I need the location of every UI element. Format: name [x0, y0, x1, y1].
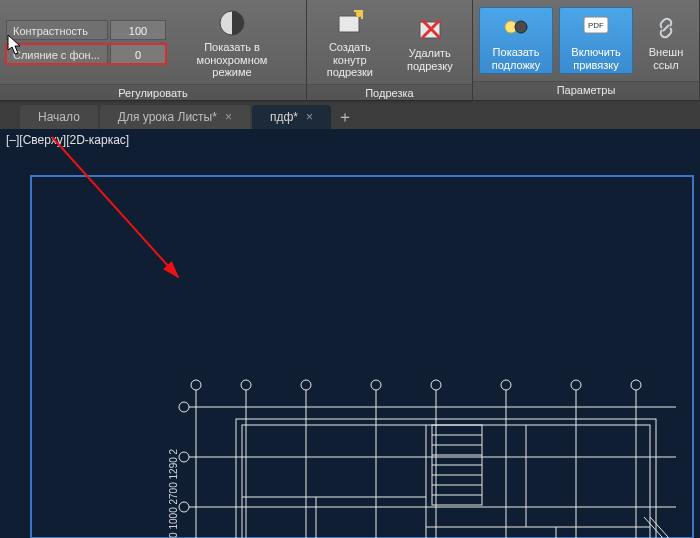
dimension-text: 800 1000 2700 1290 2: [168, 449, 179, 538]
show-underlay-label: Показать подложку: [486, 46, 546, 71]
tab-start-label: Начало: [38, 110, 80, 124]
fade-row: Слияние с фон... 0: [6, 44, 166, 64]
contrast-row: Контрастность 100: [6, 20, 166, 40]
svg-point-11: [241, 380, 251, 390]
link-icon: [650, 12, 682, 44]
svg-text:PDF: PDF: [588, 21, 604, 30]
tab-lesson-sheets[interactable]: Для урока Листы*×: [100, 105, 250, 129]
svg-point-20: [179, 502, 189, 512]
external-ref-button[interactable]: Внешн ссыл: [639, 7, 693, 74]
svg-point-14: [431, 380, 441, 390]
tab-pdf-label: пдф*: [270, 110, 298, 124]
remove-clip-label: Удалить подрезку: [400, 47, 460, 72]
close-icon[interactable]: ×: [225, 110, 232, 124]
fade-label: Слияние с фон...: [6, 44, 108, 64]
create-clip-button[interactable]: Создать конутр подрезки: [313, 2, 387, 82]
create-clip-label: Создать конутр подрезки: [320, 41, 380, 79]
tab-pdf[interactable]: пдф*×: [252, 105, 331, 129]
viewport-state-label[interactable]: [–][Сверху][2D-каркас]: [6, 133, 129, 147]
show-underlay-button[interactable]: Показать подложку: [479, 7, 553, 74]
close-icon[interactable]: ×: [306, 110, 313, 124]
svg-point-13: [371, 380, 381, 390]
panel-options: Показать подложку PDF Включить привязку …: [473, 0, 700, 100]
remove-clip-button[interactable]: Удалить подрезку: [393, 8, 467, 75]
svg-point-18: [179, 402, 189, 412]
svg-point-2: [356, 11, 362, 17]
document-tabbar: Начало Для урока Листы*× пдф*× ＋: [0, 101, 700, 129]
monochrome-button[interactable]: Показать в монохромном режиме: [186, 2, 278, 82]
floor-plan-drawing: [176, 377, 676, 538]
tab-start[interactable]: Начало: [20, 105, 98, 129]
svg-rect-36: [236, 419, 656, 538]
enable-snap-label: Включить привязку: [566, 46, 626, 71]
panel-options-title: Параметры: [473, 81, 699, 100]
lightbulb-on-icon: [500, 12, 532, 44]
drawing-viewport[interactable]: [–][Сверху][2D-каркас] 800 1000 270: [0, 129, 700, 538]
tab-lesson-label: Для урока Листы*: [118, 110, 217, 124]
adjust-fields: Контрастность 100 Слияние с фон... 0: [6, 20, 166, 64]
enable-snap-button[interactable]: PDF Включить привязку: [559, 7, 633, 74]
pdf-icon: PDF: [580, 12, 612, 44]
panel-clip: Создать конутр подрезки Удалить подрезку…: [307, 0, 473, 100]
svg-point-17: [631, 380, 641, 390]
contrast-circle-icon: [216, 7, 248, 39]
ribbon: Контрастность 100 Слияние с фон... 0 Пок…: [0, 0, 700, 101]
monochrome-label: Показать в монохромном режиме: [193, 41, 271, 79]
svg-point-16: [571, 380, 581, 390]
contrast-value[interactable]: 100: [110, 20, 166, 40]
svg-point-15: [501, 380, 511, 390]
svg-rect-1: [339, 16, 359, 32]
external-ref-label: Внешн ссыл: [646, 46, 686, 71]
fade-value[interactable]: 0: [110, 44, 166, 64]
contrast-label: Контрастность: [6, 20, 108, 40]
tab-add-button[interactable]: ＋: [333, 105, 357, 129]
panel-adjust-title: Регулировать: [0, 84, 306, 103]
create-clip-icon: [334, 7, 366, 39]
svg-point-12: [301, 380, 311, 390]
svg-point-10: [191, 380, 201, 390]
svg-rect-37: [242, 425, 650, 538]
remove-clip-icon: [414, 13, 446, 45]
panel-clip-title: Подрезка: [307, 84, 472, 103]
panel-adjust: Контрастность 100 Слияние с фон... 0 Пок…: [0, 0, 307, 100]
svg-point-7: [515, 21, 527, 33]
svg-point-19: [179, 452, 189, 462]
